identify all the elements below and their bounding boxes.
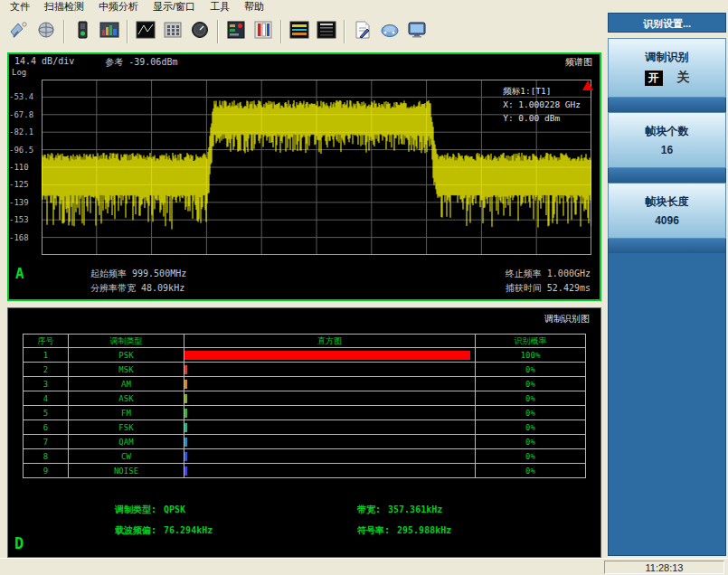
report-icon xyxy=(353,21,373,42)
row-index: 3 xyxy=(24,377,69,391)
reference-level-label: 参考 -39.06dBm xyxy=(105,56,177,69)
y-tick-label: -82.1 xyxy=(9,127,38,137)
histogram-cell xyxy=(184,377,476,391)
sidebar-button-label: 帧块长度 xyxy=(646,194,689,210)
toolbar xyxy=(0,14,608,50)
toolbar-button-gauge[interactable] xyxy=(186,18,213,45)
globe-icon xyxy=(36,21,56,42)
network-icon xyxy=(380,21,400,42)
toolbar-separator xyxy=(63,20,65,43)
toolbar-button-network[interactable] xyxy=(376,18,403,45)
row-index: 5 xyxy=(24,406,69,420)
table-row: 4 ASK 0% xyxy=(24,391,586,406)
toolbar-button-waveform[interactable] xyxy=(132,18,159,45)
keypad-icon xyxy=(163,21,183,42)
modulation-type: ASK xyxy=(69,391,184,406)
marker-readout: 频标1:[T1] X: 1.000228 GHz Y: 0.00 dBm xyxy=(503,84,581,125)
spectrum-header: 14.4 dB/div 参考 -39.06dBm 频谱图 xyxy=(14,56,592,69)
spectrum-view-title: 频谱图 xyxy=(565,56,592,69)
sidebar-title[interactable]: 识别设置... xyxy=(608,13,726,33)
summary-item: 符号率:295.988kHz xyxy=(357,524,583,537)
toolbar-button-report[interactable] xyxy=(349,18,376,45)
menu-item-5[interactable]: 帮助 xyxy=(238,0,270,14)
modulation-type: MSK xyxy=(69,363,184,377)
table-row: 3 AM 0% xyxy=(24,377,586,391)
monitor-icon xyxy=(407,21,427,42)
control-panel-icon xyxy=(226,21,246,42)
menu-item-4[interactable]: 工具 xyxy=(203,0,236,14)
spectrum-panel: 14.4 dB/div 参考 -39.06dBm 频谱图 Log -53.4-6… xyxy=(7,52,601,301)
menubar: 文件扫描检测中频分析显示/窗口工具帮助 xyxy=(0,0,728,14)
toggle-off-label: 关 xyxy=(677,70,690,86)
frame-block-count-button[interactable]: 帧块个数16 xyxy=(608,112,726,168)
sidebar-separator xyxy=(608,239,726,253)
row-index: 4 xyxy=(24,391,69,406)
probability-value: 0% xyxy=(476,435,586,449)
toolbar-button-waterfall[interactable] xyxy=(313,18,340,45)
receiver-icon xyxy=(72,21,92,42)
table-row: 1 PSK 100% xyxy=(24,348,586,363)
histogram-bar xyxy=(184,365,187,374)
histogram-cell xyxy=(184,363,476,377)
summary-label: 符号率: xyxy=(357,525,390,535)
table-header-row: 序号调制类型直方图识别概率 xyxy=(24,335,586,348)
toolbar-button-keypad[interactable] xyxy=(159,18,186,45)
table-row: 7 QAM 0% xyxy=(24,435,586,449)
probability-value: 0% xyxy=(476,363,586,377)
modulation-type: PSK xyxy=(69,348,184,363)
capture-time-label: 捕获时间 52.429ms xyxy=(506,282,591,295)
toolbar-separator xyxy=(280,20,282,43)
menu-item-2[interactable]: 中频分析 xyxy=(92,0,145,14)
probability-value: 0% xyxy=(476,391,586,406)
toolbar-button-satellite[interactable] xyxy=(5,18,33,45)
frame-block-length-button[interactable]: 帧块长度4096 xyxy=(608,183,726,239)
histogram-bar xyxy=(184,394,187,403)
histogram-cell xyxy=(184,449,476,464)
sidebar-button-value: 16 xyxy=(661,144,673,156)
row-index: 6 xyxy=(24,420,69,435)
histogram-cell xyxy=(184,435,476,449)
menu-item-0[interactable]: 文件 xyxy=(4,0,36,14)
row-index: 7 xyxy=(24,435,69,449)
summary-value: 76.294kHz xyxy=(164,525,213,535)
toolbar-button-control-panel[interactable] xyxy=(222,18,250,45)
y-axis-labels: -53.4-67.8-82.1-96.5-110-125-139-153-168 xyxy=(9,80,40,255)
toolbar-button-monitor[interactable] xyxy=(403,18,430,45)
spectrogram-icon xyxy=(289,21,309,42)
menu-item-3[interactable]: 显示/窗口 xyxy=(147,0,202,14)
menu-item-1[interactable]: 扫描检测 xyxy=(38,0,90,14)
toggle-state: 开 关 xyxy=(645,70,690,86)
toolbar-button-spectrogram[interactable] xyxy=(286,18,313,45)
column-header: 调制类型 xyxy=(69,335,184,348)
sidebar-filler xyxy=(608,253,726,556)
marker-label: 频标1:[T1] xyxy=(503,84,581,98)
toolbar-button-globe[interactable] xyxy=(33,18,60,45)
toolbar-separator xyxy=(217,20,219,43)
y-tick-label: -125 xyxy=(9,180,38,189)
summary-label: 带宽: xyxy=(357,504,381,514)
row-index: 9 xyxy=(24,464,69,478)
frequency-info-line: 起始频率 999.500MHz 终止频率 1.000GHz xyxy=(90,268,591,280)
y-tick-label: -53.4 xyxy=(9,92,38,101)
histogram-bar xyxy=(184,409,187,418)
probability-value: 0% xyxy=(476,449,586,464)
app-window: 文件扫描检测中频分析显示/窗口工具帮助 14.4 dB/div 参考 -39.0… xyxy=(0,0,728,575)
histogram-bar xyxy=(184,351,470,360)
spectrum-plot[interactable]: 频标1:[T1] X: 1.000228 GHz Y: 0.00 dBm xyxy=(42,80,591,255)
table-row: 9 NOISE 0% xyxy=(24,464,586,478)
probability-value: 0% xyxy=(476,464,586,478)
toolbar-button-receiver[interactable] xyxy=(69,18,96,45)
summary-item: 调制类型:QPSK xyxy=(115,504,357,516)
toolbar-button-spectrum-display[interactable] xyxy=(96,18,123,45)
toolbar-button-level-bars[interactable] xyxy=(250,18,277,45)
marker-arrow-icon[interactable] xyxy=(582,80,593,90)
table-row: 5 FM 0% xyxy=(24,406,586,420)
trace-d-badge: D xyxy=(14,534,24,552)
histogram-bar xyxy=(184,438,187,447)
summary-label: 调制类型: xyxy=(115,504,156,514)
recognition-summary: 调制类型:QPSK带宽:357.361kHz载波频偏:76.294kHz符号率:… xyxy=(115,504,585,537)
trace-a-badge: A xyxy=(15,265,24,282)
log-scale-label: Log xyxy=(12,68,26,77)
modulation-recognition-toggle[interactable]: 调制识别 开 关 xyxy=(608,38,726,98)
statusbar: 11:28:13 xyxy=(0,558,728,575)
